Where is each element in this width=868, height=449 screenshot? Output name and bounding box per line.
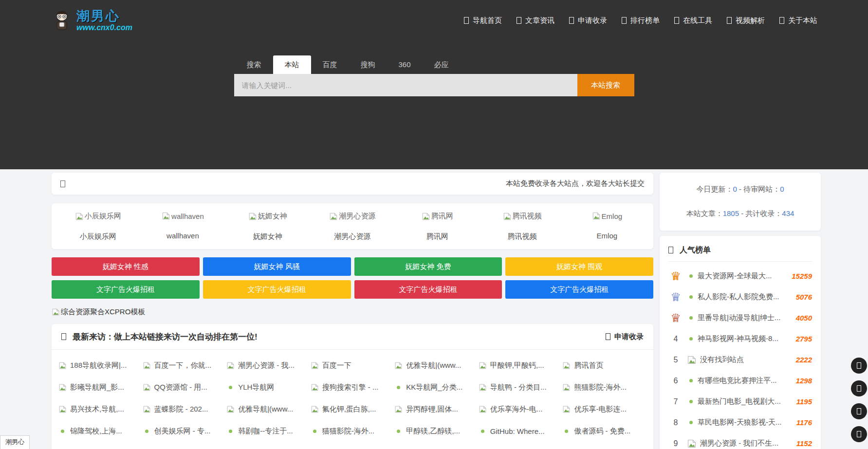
link-item[interactable]: 导航鸭 - 分类目... — [479, 377, 563, 398]
nav-ranking-icon — [622, 17, 627, 24]
ranking-item[interactable]: 4 神马影视网-神马视频-8... 2795 — [668, 328, 812, 349]
floating-widget-button-4[interactable] — [851, 426, 867, 442]
nav-item-articles[interactable]: 文章资讯 — [517, 16, 554, 25]
site-stats-card: 今日更新：0 - 待审网站：0 本站文章：1805 - 共计收录：434 — [660, 173, 821, 231]
link-item[interactable]: 影曦导航网_影... — [58, 377, 143, 398]
crown-silver-icon: ♛2 — [668, 291, 683, 304]
link-item[interactable]: 搜狗搜索引擎 - ... — [311, 377, 395, 398]
tab-sogou[interactable]: 搜狗 — [349, 55, 387, 74]
top-bar: 潮男心 www.cnx0.com 导航首页 文章资讯 申请收录 排行榜单 在线工… — [0, 0, 868, 41]
ranking-item[interactable]: ♛2 私人影院-私人影院免费... 5076 — [668, 287, 812, 307]
link-item[interactable]: 锦隆驾校,上海... — [58, 420, 143, 442]
featured-site[interactable]: 腾讯视频 腾讯视频 — [480, 212, 564, 241]
ranking-item[interactable]: ♛1 最大资源网-全球最大... 15259 — [668, 266, 812, 287]
floating-widget-button-3[interactable] — [851, 403, 867, 419]
ranking-item[interactable]: 7 最新热门电影_电视剧大... 1195 — [668, 391, 812, 412]
nav-video-icon — [727, 17, 732, 24]
featured-site[interactable]: 潮男心资源 潮男心资源 — [310, 212, 395, 241]
featured-site[interactable]: 妩媚女神 妩媚女神 — [225, 212, 310, 241]
nav-item-tools[interactable]: 在线工具 — [674, 16, 712, 25]
link-item[interactable]: QQ资源馆 - 用... — [143, 377, 227, 398]
link-item[interactable]: 氟化钾,蛋白胨,... — [311, 398, 395, 420]
nav-item-label: 关于本站 — [788, 16, 817, 25]
link-label: 优雅导航|(www... — [406, 361, 461, 370]
link-item[interactable]: KK导航网_分类... — [394, 377, 479, 398]
nav-item-about[interactable]: 关于本站 — [779, 16, 817, 25]
link-item[interactable]: 熊猫影院-海外... — [562, 377, 646, 398]
ad-button[interactable]: 文字广告火爆招租 — [354, 280, 502, 299]
featured-site-alt: Emlog — [602, 212, 623, 220]
nav-item-apply[interactable]: 申请收录 — [569, 16, 607, 25]
tab-baidu[interactable]: 百度 — [311, 55, 349, 74]
link-item[interactable]: YLH导航网 — [226, 377, 311, 398]
featured-site[interactable]: wallhaven wallhaven — [140, 212, 225, 241]
nav-tools-icon — [674, 17, 679, 24]
search-engine-tabs: 搜索 本站 百度 搜狗 360 必应 — [234, 55, 634, 74]
nav-item-label: 在线工具 — [683, 16, 712, 25]
link-item[interactable]: 优乐享-电影连... — [562, 398, 646, 420]
link-label: 易兴技术,导航,... — [70, 405, 124, 414]
featured-site-alt: 妩媚女神 — [258, 212, 287, 221]
search-button[interactable]: 本站搜索 — [577, 74, 634, 96]
ad-button[interactable]: 文字广告火爆招租 — [505, 280, 653, 299]
floating-widget-button-1[interactable] — [851, 358, 867, 374]
floating-widget-button-2[interactable] — [851, 380, 867, 396]
broken-image-icon — [479, 383, 487, 392]
link-item[interactable]: 优雅导航|(www... — [394, 355, 479, 377]
link-item[interactable]: 百度一下，你就... — [143, 355, 227, 377]
ad-button[interactable]: 妩媚女神 免费 — [354, 257, 502, 276]
broken-image-icon — [58, 405, 67, 413]
ranking-value: 1298 — [796, 377, 812, 385]
ranking-item[interactable]: 9 潮男心资源 - 我们不生... 1152 — [668, 433, 812, 449]
link-item[interactable]: 傲者源码 - 免费... — [562, 420, 646, 442]
nav-item-ranking[interactable]: 排行榜单 — [622, 16, 660, 25]
ranking-item[interactable]: 6 有哪些电竞比赛押注平... 1298 — [668, 370, 812, 391]
featured-site[interactable]: 小辰娱乐网 小辰娱乐网 — [55, 212, 140, 241]
featured-site[interactable]: Emlog Emlog — [565, 212, 649, 241]
ranking-item[interactable]: 5 没有找到站点 2222 — [668, 349, 812, 370]
link-item[interactable]: 猫猫影院-海外... — [311, 420, 395, 442]
site-logo[interactable]: 潮男心 www.cnx0.com — [52, 9, 132, 32]
link-item[interactable]: 188导航收录网|... — [58, 355, 143, 377]
link-item[interactable]: 易兴技术,导航,... — [58, 398, 143, 420]
link-item[interactable]: 优雅导航|(www... — [226, 398, 311, 420]
tab-this-site[interactable]: 本站 — [273, 55, 311, 74]
link-item[interactable]: 异丙醇锂,固体... — [394, 398, 479, 420]
nav-item-video[interactable]: 视频解析 — [727, 16, 765, 25]
search-input[interactable] — [234, 74, 577, 96]
link-item[interactable]: 优乐享海外-电... — [479, 398, 563, 420]
bottom-left-popup[interactable]: 潮男心 — [0, 435, 30, 449]
ad-button[interactable]: 文字广告火爆招租 — [52, 280, 200, 299]
link-item[interactable]: GitHub: Where... — [479, 420, 563, 442]
bullet-dot-icon — [689, 400, 693, 403]
link-label: 百度一下，你就... — [154, 361, 212, 370]
latest-visitors-title-text: 最新来访：做上本站链接来访一次自动排在第一位! — [73, 331, 258, 342]
broken-image-icon — [562, 383, 571, 392]
link-item[interactable]: 蓝蝶影院 - 202... — [143, 398, 227, 420]
ad-button[interactable]: 妩媚女神 围观 — [505, 257, 653, 276]
tab-search-label[interactable]: 搜索 — [235, 55, 273, 74]
bullet-dot-icon — [397, 430, 400, 433]
banner-alt-text: 综合资源聚合XCPRO模板 — [61, 307, 145, 317]
link-item[interactable]: 腾讯首页 — [562, 355, 646, 377]
page: 潮男心 www.cnx0.com 导航首页 文章资讯 申请收录 排行榜单 在线工… — [0, 0, 868, 449]
ranking-item[interactable]: ♛3 里番导航|动漫导航|绅士... 4050 — [668, 307, 812, 328]
nav-item-home[interactable]: 导航首页 — [464, 16, 502, 25]
apply-inclusion-link[interactable]: 申请收录 — [606, 332, 644, 341]
tab-bing[interactable]: 必应 — [423, 55, 461, 74]
ranking-item[interactable]: 8 草民电影网-天狼影视-天... 1176 — [668, 412, 812, 433]
link-item[interactable]: 甲酸钾,甲酸钙,... — [479, 355, 563, 377]
link-item[interactable]: 百度一下 — [311, 355, 395, 377]
featured-site[interactable]: 腾讯网 腾讯网 — [395, 212, 480, 241]
tab-360[interactable]: 360 — [387, 55, 423, 74]
ad-button[interactable]: 文字广告火爆招租 — [203, 280, 351, 299]
featured-site-name: 妩媚女神 — [253, 232, 282, 241]
broken-image-icon — [562, 361, 571, 370]
link-item[interactable]: 甲醇镁,乙醇镁,... — [394, 420, 479, 442]
ad-button[interactable]: 妩媚女神 风骚 — [203, 257, 351, 276]
link-item[interactable]: 创美娱乐网 - 专... — [143, 420, 227, 442]
link-item[interactable]: 韩剧咖--专注于... — [226, 420, 311, 442]
link-item[interactable]: 潮男心资源 - 我... — [226, 355, 311, 377]
ad-button[interactable]: 妩媚女神 性感 — [52, 257, 200, 276]
banner-broken-image[interactable]: 综合资源聚合XCPRO模板 — [52, 307, 653, 317]
